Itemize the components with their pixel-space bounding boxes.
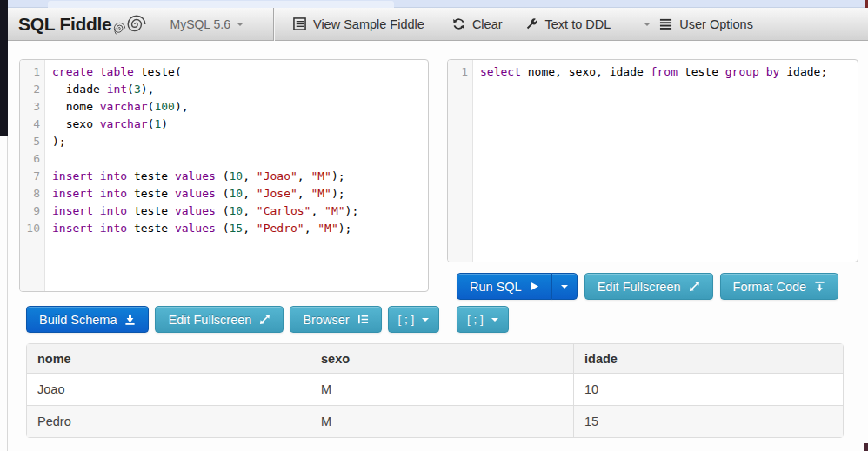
view-sample-fiddle-button[interactable]: View Sample Fiddle: [293, 17, 424, 31]
database-version-dropdown[interactable]: MySQL 5.6: [170, 17, 244, 31]
code-line: 10insert into teste values (15, "Pedro",…: [20, 220, 428, 237]
code-text: [45, 150, 52, 168]
fullscreen-icon: [259, 314, 270, 325]
browser-button[interactable]: Browser: [290, 306, 381, 333]
query-button-row: Run SQL Edit Fullscreen Format Code: [457, 273, 838, 300]
chevron-down-icon: [237, 23, 244, 26]
query-terminator-dropdown[interactable]: [ ; ]: [457, 306, 509, 333]
code-text: insert into teste values (10, "Carlos", …: [45, 202, 358, 220]
line-number: 4: [20, 116, 45, 133]
results-column-header: sexo: [310, 344, 573, 373]
query-editor-gutter: [448, 60, 473, 262]
refresh-icon: [452, 17, 465, 30]
view-sample-fiddle-label: View Sample Fiddle: [313, 17, 424, 31]
user-options-label: User Options: [679, 17, 753, 31]
edit-fullscreen-label: Edit Fullscreen: [168, 313, 251, 327]
code-text: sexo varchar(1): [45, 116, 168, 133]
edit-fullscreen-label: Edit Fullscreen: [598, 280, 681, 294]
line-number: 9: [20, 202, 45, 220]
line-number: 6: [20, 150, 45, 168]
clear-button[interactable]: Clear: [452, 17, 503, 31]
query-editor[interactable]: 1select nome, sexo, idade from teste gro…: [447, 59, 858, 262]
play-icon: [530, 282, 539, 291]
text-to-ddl-label: Text to DDL: [545, 17, 611, 31]
chevron-down-icon: [561, 285, 568, 289]
code-line: 3 nome varchar(100),: [20, 98, 428, 116]
hidden-menu-caret-icon[interactable]: [644, 23, 651, 26]
build-schema-button[interactable]: Build Schema: [26, 306, 149, 333]
results-column-header: idade: [573, 344, 843, 373]
menu-lines-icon: [659, 17, 672, 30]
line-number: 5: [20, 133, 45, 150]
code-text: insert into teste values (10, "Joao", "M…: [45, 168, 345, 185]
code-line: 9insert into teste values (10, "Carlos",…: [20, 202, 428, 220]
window-edge-line: [7, 136, 8, 451]
results-table: nomesexoidade JoaoM10PedroM15: [26, 343, 844, 438]
code-text: insert into teste values (10, "Jose", "M…: [45, 185, 345, 202]
schema-terminator-dropdown[interactable]: [ ; ]: [388, 306, 440, 333]
run-sql-label: Run SQL: [470, 280, 522, 294]
table-cell: Joao: [27, 373, 310, 405]
chevron-down-icon: [422, 318, 429, 322]
line-number: 7: [20, 168, 45, 185]
run-sql-dropdown-button[interactable]: [551, 273, 578, 300]
query-editor-code[interactable]: 1select nome, sexo, idade from teste gro…: [448, 60, 858, 81]
table-cell: M: [310, 405, 573, 437]
line-number: 10: [20, 220, 45, 237]
code-line: 6: [20, 150, 428, 168]
run-sql-button[interactable]: Run SQL: [457, 273, 552, 300]
text-to-ddl-button[interactable]: Text to DDL: [525, 17, 611, 31]
table-row: PedroM15: [27, 405, 843, 437]
table-cell: Pedro: [27, 405, 310, 437]
line-number: 1: [448, 63, 473, 81]
line-number: 8: [20, 185, 45, 202]
format-icon: [814, 281, 825, 292]
app-logo-text: SQL Fiddle: [18, 14, 111, 35]
results-header-row: nomesexoidade: [27, 344, 843, 373]
terminator-label: [ ; ]: [398, 313, 415, 326]
code-text: select nome, sexo, idade from teste grou…: [473, 63, 827, 81]
format-code-label: Format Code: [733, 280, 807, 294]
wrench-icon: [525, 17, 538, 30]
table-cell: 15: [573, 405, 843, 437]
schema-edit-fullscreen-button[interactable]: Edit Fullscreen: [155, 306, 284, 333]
code-line: 1create table teste(: [20, 63, 428, 81]
toolbar-divider: [273, 8, 274, 41]
results-column-header: nome: [27, 344, 310, 373]
chevron-down-icon: [491, 318, 498, 322]
window-edge-dark: [0, 0, 8, 136]
code-line: 1select nome, sexo, idade from teste gro…: [448, 63, 858, 81]
fern-logo-icon: [113, 14, 147, 35]
browser-top-strip: [7, 0, 868, 8]
code-text: create table teste(: [45, 63, 182, 81]
query-terminator-row: [ ; ]: [457, 306, 509, 333]
toolbar: SQL Fiddle MySQL 5.6 View Sample Fiddle: [8, 8, 868, 41]
code-line: 5);: [20, 133, 428, 150]
user-options-button[interactable]: User Options: [659, 17, 753, 31]
app-logo[interactable]: SQL Fiddle: [18, 14, 147, 35]
build-schema-label: Build Schema: [39, 313, 117, 327]
query-edit-fullscreen-button[interactable]: Edit Fullscreen: [584, 273, 713, 300]
fullscreen-icon: [689, 281, 700, 292]
line-number: 2: [20, 81, 45, 98]
code-line: 2 idade int(3),: [20, 81, 428, 98]
terminator-label: [ ; ]: [467, 313, 484, 326]
line-number: 1: [20, 63, 45, 81]
download-icon: [124, 314, 136, 325]
clear-label: Clear: [472, 17, 503, 31]
browser-tab-shape: [48, 1, 394, 8]
browser-label: Browser: [303, 313, 349, 327]
schema-editor-code[interactable]: 1create table teste(2 idade int(3),3 nom…: [20, 60, 428, 237]
format-code-button[interactable]: Format Code: [720, 273, 839, 300]
table-cell: 10: [573, 373, 843, 405]
code-line: 7insert into teste values (10, "Joao", "…: [20, 168, 428, 185]
window-corner-bottom: [864, 443, 868, 451]
code-line: 4 sexo varchar(1): [20, 116, 428, 133]
schema-editor[interactable]: 1create table teste(2 idade int(3),3 nom…: [19, 59, 429, 292]
code-line: 8insert into teste values (10, "Jose", "…: [20, 185, 428, 202]
database-version-label: MySQL 5.6: [170, 17, 230, 31]
table-row: JoaoM10: [27, 373, 843, 405]
code-text: nome varchar(100),: [45, 98, 189, 116]
code-text: insert into teste values (15, "Pedro", "…: [45, 220, 351, 237]
table-cell: M: [310, 373, 573, 405]
